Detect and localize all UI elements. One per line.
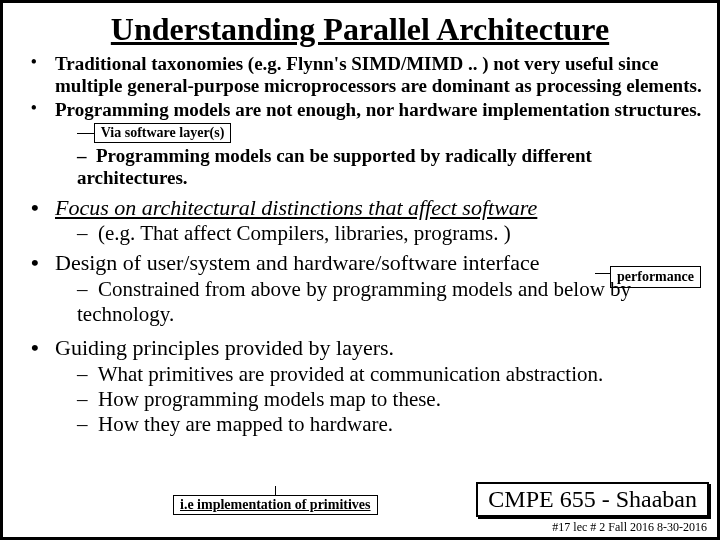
bullet-5-sub-2: – How programming models map to these. — [21, 387, 707, 412]
bullet-2-sub: – Programming models can be supported by… — [21, 145, 707, 189]
slide-frame: Understanding Parallel Architecture • Tr… — [0, 0, 720, 540]
bullet-5-text: Guiding principles provided by layers. — [55, 335, 707, 361]
bullet-marker: • — [31, 99, 37, 117]
slide-footer: #17 lec # 2 Fall 2016 8-30-2016 — [552, 520, 707, 535]
bullet-marker: • — [31, 195, 39, 221]
bullet-1-text: Traditional taxonomies (e.g. Flynn's SIM… — [55, 53, 707, 97]
bullet-marker: • — [31, 250, 39, 276]
bullet-5-sub-3: – How they are mapped to hardware. — [21, 412, 707, 437]
bullet-3-text: Focus on architectural distinctions that… — [55, 195, 707, 221]
bullet-4-sub: – Constrained from above by programming … — [21, 277, 707, 327]
bullet-marker: • — [31, 335, 39, 361]
bullet-3: • Focus on architectural distinctions th… — [21, 195, 707, 221]
bullet-2-text: Programming models are not enough, nor h… — [55, 99, 707, 144]
implementation-callout: i.e implementation of primitives — [173, 495, 378, 515]
slide-content: • Traditional taxonomies (e.g. Flynn's S… — [21, 53, 707, 437]
software-layer-callout: Via software layer(s) — [94, 123, 232, 143]
bullet-4-text: Design of user/system and hardware/softw… — [55, 250, 707, 276]
bullet-4: • Design of user/system and hardware/sof… — [21, 250, 707, 276]
bullet-1: • Traditional taxonomies (e.g. Flynn's S… — [21, 53, 707, 97]
bullet-3-sub-text: – (e.g. That affect Compilers, libraries… — [77, 221, 707, 246]
bullet-2: • Programming models are not enough, nor… — [21, 99, 707, 144]
bullet-3-sub: – (e.g. That affect Compilers, libraries… — [21, 221, 707, 246]
sub-text: – What primitives are provided at commun… — [77, 362, 707, 387]
bullet-2-sub-text: – Programming models can be supported by… — [77, 145, 707, 189]
sub-text: – How programming models map to these. — [77, 387, 707, 412]
sub-text: – How they are mapped to hardware. — [77, 412, 707, 437]
bullet-4-sub-text: – Constrained from above by programming … — [77, 277, 707, 327]
slide-title: Understanding Parallel Architecture — [3, 11, 717, 48]
bullet-5: • Guiding principles provided by layers. — [21, 335, 707, 361]
course-badge: CMPE 655 - Shaaban — [476, 482, 709, 517]
bullet-5-sub-1: – What primitives are provided at commun… — [21, 362, 707, 387]
bullet-marker: • — [31, 53, 37, 71]
